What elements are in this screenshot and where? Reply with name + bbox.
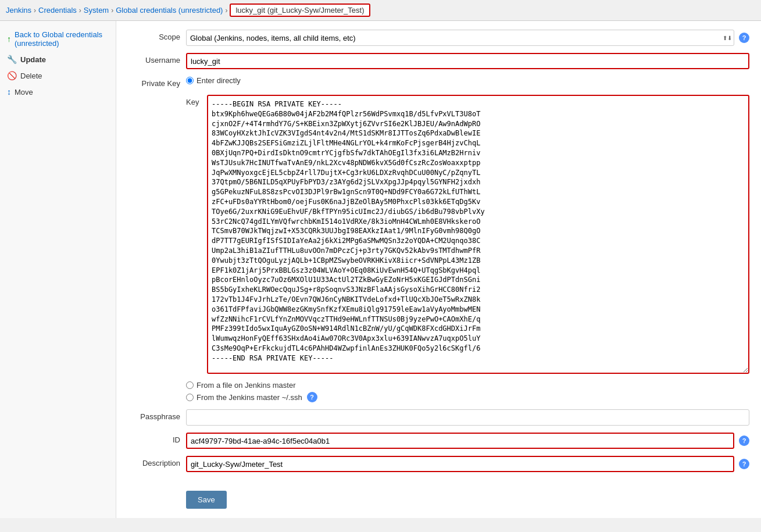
private-key-row: Private Key Enter directly (128, 76, 749, 88)
bc-sep-4: › (225, 6, 227, 15)
id-control: ? (186, 433, 749, 449)
private-key-label: Private Key (128, 76, 186, 88)
enter-directly-label: Enter directly (196, 76, 241, 85)
save-button[interactable]: Save (186, 491, 227, 509)
bc-current: lucky_git (git_Lucky-Syw/Jmeter_Test) (230, 3, 370, 17)
description-control: ? (186, 456, 749, 472)
bc-sep-1: › (34, 6, 36, 15)
from-file-row: From a file on Jenkins master (186, 381, 749, 390)
from-ssh-option[interactable]: From the Jenkins master ~/.ssh (186, 393, 302, 402)
sidebar-move-label: Move (15, 88, 33, 97)
bc-sep-3: › (111, 6, 113, 15)
description-input[interactable] (186, 456, 734, 472)
bc-credentials[interactable]: Credentials (38, 6, 77, 15)
sidebar-move[interactable]: ↕ Move (0, 84, 116, 100)
move-icon: ↕ (7, 87, 11, 97)
passphrase-input[interactable] (186, 409, 749, 426)
sidebar-delete-label: Delete (20, 72, 42, 80)
sidebar-back-label: Back to Global credentials (unrestricted… (15, 30, 109, 48)
sidebar-update[interactable]: 🔧 Update (0, 51, 116, 67)
id-label: ID (128, 433, 186, 444)
passphrase-label: Passphrase (128, 409, 186, 421)
from-file-option[interactable]: From a file on Jenkins master (186, 381, 296, 390)
id-help-icon[interactable]: ? (739, 435, 749, 446)
from-file-radio[interactable] (186, 381, 194, 389)
username-label: Username (128, 53, 186, 65)
scope-row: Scope Global (Jenkins, nodes, items, all… (128, 30, 749, 46)
scope-control: Global (Jenkins, nodes, items, all child… (186, 30, 749, 46)
bc-global[interactable]: Global credentials (unrestricted) (116, 6, 223, 15)
save-row: Save (128, 479, 749, 509)
no-icon: 🚫 (7, 71, 17, 80)
scope-select[interactable]: Global (Jenkins, nodes, items, all child… (186, 30, 734, 46)
main-content: Scope Global (Jenkins, nodes, items, all… (116, 21, 761, 518)
sidebar-update-label: Update (20, 55, 46, 64)
bc-sep-2: › (79, 6, 81, 15)
scope-label: Scope (128, 30, 186, 41)
scope-help-icon[interactable]: ? (739, 33, 749, 43)
bc-jenkins[interactable]: Jenkins (6, 6, 31, 15)
from-file-label: From a file on Jenkins master (196, 381, 296, 390)
enter-directly-radio[interactable] (186, 77, 194, 84)
arrow-up-icon: ↑ (7, 34, 11, 44)
key-textarea[interactable]: -----BEGIN RSA PRIVATE KEY----- btx9Kph6… (207, 95, 749, 374)
username-input[interactable] (186, 53, 749, 69)
username-row: Username (128, 53, 749, 69)
description-help-icon[interactable]: ? (739, 459, 749, 469)
id-row: ID ? (128, 433, 749, 449)
sidebar-back[interactable]: ↑ Back to Global credentials (unrestrict… (0, 27, 116, 51)
from-ssh-label: From the Jenkins master ~/.ssh (196, 393, 302, 402)
sidebar: ↑ Back to Global credentials (unrestrict… (0, 21, 116, 518)
enter-directly-option[interactable]: Enter directly (186, 76, 241, 85)
breadcrumb: Jenkins › Credentials › System › Global … (0, 0, 761, 21)
bc-system[interactable]: System (84, 6, 109, 15)
key-label: Key (186, 95, 203, 106)
username-control (186, 53, 749, 69)
id-input[interactable] (186, 433, 734, 449)
passphrase-row: Passphrase (128, 409, 749, 426)
key-row: Key -----BEGIN RSA PRIVATE KEY----- btx9… (128, 95, 749, 374)
sidebar-delete[interactable]: 🚫 Delete (0, 67, 116, 84)
from-ssh-row: From the Jenkins master ~/.ssh ? (128, 392, 749, 402)
private-key-help-icon[interactable]: ? (307, 392, 317, 402)
wrench-icon: 🔧 (7, 55, 17, 64)
passphrase-control (186, 409, 749, 426)
key-spacer (128, 95, 186, 98)
description-row: Description ? (128, 456, 749, 472)
private-key-control: Enter directly (186, 76, 749, 85)
description-label: Description (128, 456, 186, 467)
from-ssh-radio[interactable] (186, 394, 194, 401)
scope-select-wrapper: Global (Jenkins, nodes, items, all child… (186, 30, 734, 46)
